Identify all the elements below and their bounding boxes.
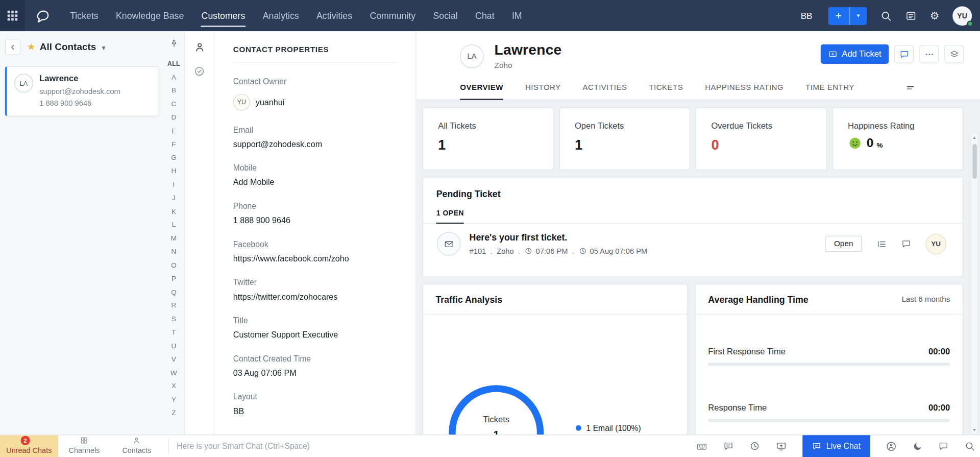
unread-chats-item[interactable]: 2 Unread Chats <box>0 435 58 457</box>
ticket-owner-avatar[interactable]: YU <box>925 233 946 254</box>
tab-options-icon[interactable] <box>905 82 916 93</box>
smart-chat-input[interactable] <box>174 435 690 457</box>
alpha-filter[interactable]: D <box>163 111 185 124</box>
nav-tickets[interactable]: Tickets <box>61 0 107 31</box>
alpha-filter[interactable]: V <box>163 353 185 366</box>
feedback-chat-icon[interactable] <box>938 441 949 451</box>
dark-mode-moon-icon[interactable] <box>913 441 923 451</box>
alpha-filter[interactable]: N <box>163 245 185 258</box>
nav-im[interactable]: IM <box>503 0 531 31</box>
chat-preferences-icon[interactable] <box>723 441 734 451</box>
overdue-tickets-card[interactable]: Overdue Tickets 0 <box>696 108 827 170</box>
quick-add-button[interactable]: + <box>828 7 849 25</box>
scroll-up-arrow[interactable]: ▲ <box>972 135 976 139</box>
live-chat-button[interactable]: Live Chat <box>802 435 870 457</box>
tab-history[interactable]: HISTORY <box>525 76 561 100</box>
email-value[interactable]: support@zohodesk.com <box>233 139 397 149</box>
contact-list-item[interactable]: LA Lawrence support@zohodesk.com 1 888 9… <box>5 66 159 116</box>
settings-gear-icon[interactable]: ⚙ <box>930 10 940 21</box>
nav-customers[interactable]: Customers <box>192 0 254 31</box>
tab-activities[interactable]: ACTIVITIES <box>583 76 627 100</box>
layers-icon[interactable] <box>944 45 964 63</box>
zoho-desk-logo[interactable] <box>34 7 51 24</box>
alpha-filter[interactable]: Q <box>163 285 185 299</box>
alpha-filter[interactable]: A <box>163 70 185 84</box>
bottom-search-icon[interactable] <box>964 441 975 451</box>
alpha-filter[interactable]: X <box>163 379 185 393</box>
alpha-filter[interactable]: J <box>163 191 185 205</box>
alpha-filter[interactable]: R <box>163 299 185 312</box>
title-value[interactable]: Customer Support Executive <box>233 330 397 340</box>
keyboard-shortcuts-icon[interactable] <box>696 441 707 452</box>
favorite-star-icon[interactable]: ★ <box>27 41 35 53</box>
nav-community[interactable]: Community <box>361 0 424 31</box>
happiness-rating-card[interactable]: Happiness Rating 0 % <box>832 108 963 170</box>
comment-icon[interactable] <box>901 239 912 249</box>
tab-overview[interactable]: OVERVIEW <box>460 76 503 100</box>
alpha-filter[interactable]: Y <box>163 393 185 406</box>
ticket-peek-icon[interactable] <box>876 238 887 249</box>
alpha-filter[interactable]: B <box>163 84 185 97</box>
account-name[interactable]: Zoho <box>495 61 562 70</box>
quick-add-caret[interactable]: ▾ <box>849 7 867 25</box>
alpha-filter[interactable]: U <box>163 339 185 352</box>
screen-share-icon[interactable] <box>776 441 787 452</box>
all-tickets-card[interactable]: All Tickets 1 <box>423 108 554 170</box>
phone-value[interactable]: 1 888 900 9646 <box>233 215 397 225</box>
alpha-filter[interactable]: S <box>163 312 185 326</box>
view-dropdown-caret-icon[interactable]: ▼ <box>101 44 107 51</box>
feeds-icon[interactable] <box>905 10 917 21</box>
alpha-filter[interactable]: F <box>163 137 185 151</box>
alpha-filter[interactable]: M <box>163 232 185 245</box>
nav-social[interactable]: Social <box>424 0 467 31</box>
contacts-item[interactable]: Contacts <box>110 435 163 457</box>
alpha-filter[interactable]: K <box>163 205 185 218</box>
contact-details-view-icon[interactable] <box>193 41 205 53</box>
nav-activities[interactable]: Activities <box>308 0 361 31</box>
nav-analytics[interactable]: Analytics <box>254 0 308 31</box>
twitter-value[interactable]: https://twitter.com/zohocares <box>233 292 397 301</box>
open-count-tab[interactable]: 1 OPEN <box>436 209 464 224</box>
scroll-down-arrow[interactable]: ▼ <box>972 428 976 432</box>
alpha-filter[interactable]: I <box>163 178 185 191</box>
tab-tickets[interactable]: TICKETS <box>649 76 683 100</box>
checklist-view-icon[interactable] <box>194 66 205 77</box>
search-icon[interactable] <box>880 10 892 21</box>
chart-legend-item[interactable]: 1 Email (100%) <box>576 423 641 432</box>
alpha-filter[interactable]: G <box>163 151 185 164</box>
alpha-filter[interactable]: O <box>163 258 185 272</box>
channels-item[interactable]: Channels <box>58 435 111 457</box>
ticket-requester[interactable]: Zoho <box>497 247 514 255</box>
back-button[interactable] <box>5 39 21 55</box>
ticket-status-button[interactable]: Open <box>825 236 862 252</box>
nav-knowledge-base[interactable]: Knowledge Base <box>107 0 193 31</box>
scrollbar-thumb[interactable] <box>972 144 977 179</box>
ticket-subject[interactable]: Here's your first ticket. <box>470 232 648 243</box>
app-launcher-button[interactable] <box>0 0 25 31</box>
tab-time-entry[interactable]: TIME ENTRY <box>805 76 854 100</box>
view-title[interactable]: All Contacts <box>40 41 96 53</box>
contact-owner-value[interactable]: YU yuanhui <box>233 94 397 111</box>
chat-with-contact-icon[interactable] <box>894 45 914 63</box>
period-label[interactable]: Last 6 months <box>902 295 950 304</box>
tickets-donut-chart[interactable]: Tickets 1 <box>449 385 544 435</box>
recent-history-icon[interactable] <box>749 441 760 451</box>
vertical-scrollbar[interactable]: ▲ ▼ <box>971 133 978 435</box>
ticket-id[interactable]: #101 <box>470 247 486 255</box>
alpha-filter[interactable]: Z <box>163 406 185 420</box>
alpha-filter[interactable]: W <box>163 366 185 379</box>
add-mobile-link[interactable]: Add Mobile <box>233 178 397 187</box>
open-tickets-card[interactable]: Open Tickets 1 <box>559 108 690 170</box>
facebook-value[interactable]: https://www.facebook.com/zoho <box>233 254 397 263</box>
alpha-filter-all[interactable]: ALL <box>163 57 185 70</box>
alpha-filter[interactable]: L <box>163 218 185 231</box>
more-options-icon[interactable] <box>919 45 939 63</box>
alpha-filter[interactable]: T <box>163 326 185 339</box>
tab-happiness-rating[interactable]: HAPPINESS RATING <box>705 76 783 100</box>
alpha-filter[interactable]: E <box>163 124 185 137</box>
alpha-filter[interactable]: P <box>163 272 185 285</box>
alpha-filter[interactable]: C <box>163 97 185 110</box>
accessibility-icon[interactable] <box>886 441 897 452</box>
alpha-filter[interactable]: H <box>163 164 185 178</box>
department-label[interactable]: BB <box>801 11 813 21</box>
